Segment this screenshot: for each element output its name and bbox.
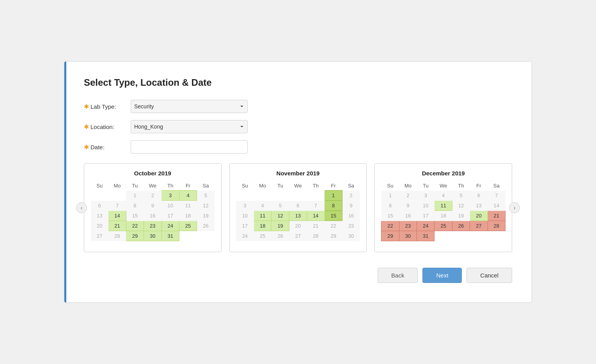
table-row[interactable]: 13 [91,211,108,221]
table-row[interactable]: 24 [161,221,179,231]
table-row[interactable]: 25 [254,231,271,241]
table-row[interactable]: 1 [381,191,399,201]
table-row[interactable]: 27 [91,231,108,241]
table-row[interactable]: 5 [452,191,470,201]
table-row[interactable]: 19 [271,221,289,231]
table-row[interactable]: 4 [179,191,197,201]
table-row[interactable]: 18 [435,211,452,221]
table-row[interactable]: 30 [342,231,360,241]
table-row[interactable]: 22 [126,221,144,231]
table-row[interactable]: 23 [399,221,417,231]
table-row[interactable]: 6 [289,201,307,211]
table-row[interactable]: 21 [108,221,126,231]
table-row[interactable]: 29 [325,231,342,241]
table-row[interactable]: 20 [470,211,488,221]
table-row[interactable]: 11 [435,201,452,211]
table-row[interactable]: 10 [236,211,254,221]
table-row[interactable]: 9 [144,201,161,211]
table-row[interactable]: 6 [91,201,108,211]
table-row[interactable]: 29 [126,231,144,241]
table-row[interactable]: 17 [161,211,179,221]
table-row[interactable]: 3 [161,191,179,201]
table-row[interactable]: 31 [161,231,179,241]
table-row[interactable]: 27 [289,231,307,241]
table-row[interactable]: 11 [254,211,271,221]
table-row[interactable]: 10 [417,201,435,211]
table-row[interactable]: 5 [197,191,215,201]
table-row[interactable]: 25 [435,221,452,231]
table-row[interactable]: 19 [452,211,470,221]
table-row[interactable]: 7 [488,191,505,201]
table-row[interactable]: 10 [161,201,179,211]
table-row[interactable]: 25 [179,221,197,231]
table-row[interactable]: 22 [381,221,399,231]
table-row[interactable]: 12 [271,211,289,221]
table-row[interactable]: 4 [435,191,452,201]
table-row[interactable]: 12 [452,201,470,211]
table-row[interactable]: 8 [325,201,342,211]
table-row[interactable]: 7 [307,201,325,211]
table-row[interactable]: 27 [470,221,488,231]
lab-type-select[interactable]: Security Network Cloud Database [131,100,248,113]
cancel-button[interactable]: Cancel [467,268,512,283]
table-row[interactable]: 9 [399,201,417,211]
table-row[interactable]: 21 [307,221,325,231]
table-row[interactable]: 2 [144,191,161,201]
table-row[interactable]: 23 [342,221,360,231]
location-select[interactable]: Hong_Kong Singapore Tokyo Sydney [131,120,248,133]
table-row[interactable]: 1 [126,191,144,201]
prev-arrow[interactable]: ‹ [76,202,87,213]
table-row[interactable]: 6 [470,191,488,201]
table-row[interactable]: 14 [307,211,325,221]
table-row[interactable]: 18 [254,221,271,231]
next-arrow[interactable]: › [509,202,520,213]
next-button[interactable]: Next [422,268,462,283]
table-row[interactable]: 29 [381,231,399,241]
table-row[interactable]: 9 [342,201,360,211]
table-row[interactable]: 14 [488,201,505,211]
table-row[interactable]: 30 [399,231,417,241]
table-row[interactable]: 15 [126,211,144,221]
table-row[interactable]: 15 [381,211,399,221]
table-row[interactable]: 1 [325,191,342,201]
table-row[interactable]: 16 [144,211,161,221]
table-row[interactable]: 3 [236,201,254,211]
table-row[interactable]: 20 [91,221,108,231]
table-row[interactable]: 11 [179,201,197,211]
table-row[interactable]: 17 [236,221,254,231]
table-row[interactable]: 28 [307,231,325,241]
table-row[interactable]: 5 [271,201,289,211]
date-input[interactable] [131,140,248,154]
table-row[interactable]: 15 [325,211,342,221]
table-row[interactable]: 20 [289,221,307,231]
table-row[interactable]: 19 [197,211,215,221]
table-row[interactable]: 26 [271,231,289,241]
table-row[interactable]: 8 [126,201,144,211]
table-row[interactable]: 13 [289,211,307,221]
table-row[interactable]: 28 [488,221,505,231]
table-row[interactable]: 16 [342,211,360,221]
table-row[interactable]: 24 [236,231,254,241]
table-row[interactable]: 22 [325,221,342,231]
table-row[interactable]: 21 [488,211,505,221]
table-row[interactable]: 16 [399,211,417,221]
table-row[interactable]: 3 [417,191,435,201]
table-row[interactable]: 13 [470,201,488,211]
table-row[interactable]: 8 [381,201,399,211]
back-button[interactable]: Back [378,268,418,283]
table-row[interactable]: 23 [144,221,161,231]
table-row[interactable]: 17 [417,211,435,221]
table-row[interactable]: 30 [144,231,161,241]
table-row[interactable]: 26 [452,221,470,231]
table-row[interactable]: 14 [108,211,126,221]
table-row[interactable]: 31 [417,231,435,241]
table-row[interactable]: 18 [179,211,197,221]
table-row[interactable]: 26 [197,221,215,231]
table-row[interactable]: 2 [399,191,417,201]
table-row[interactable]: 2 [342,191,360,201]
table-row[interactable]: 24 [417,221,435,231]
table-row[interactable]: 12 [197,201,215,211]
table-row[interactable]: 28 [108,231,126,241]
table-row[interactable]: 7 [108,201,126,211]
table-row[interactable]: 4 [254,201,271,211]
